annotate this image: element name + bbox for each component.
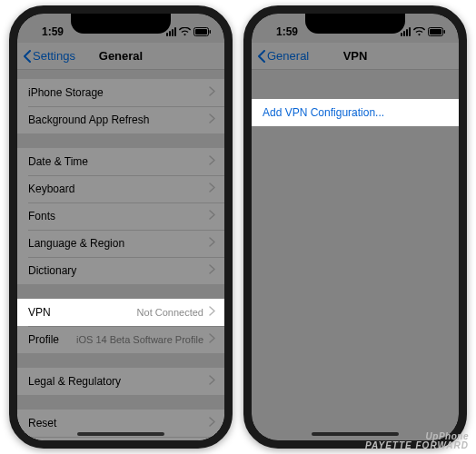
status-time: 1:59 — [264, 25, 310, 38]
back-label: General — [267, 49, 309, 63]
cell-fonts[interactable]: Fonts — [17, 202, 224, 230]
back-button[interactable]: Settings — [23, 43, 75, 69]
chevron-right-icon — [209, 306, 215, 319]
battery-icon — [428, 27, 446, 36]
cell-label: Language & Region — [28, 237, 209, 250]
status-time: 1:59 — [30, 25, 75, 38]
cell-background-app-refresh[interactable]: Background App Refresh — [17, 106, 224, 133]
screen-general-settings: 1:59 Set — [17, 14, 224, 440]
cell-label: Profile — [28, 333, 76, 346]
chevron-right-icon — [209, 264, 215, 277]
screen-vpn-settings: 1:59 Gen — [252, 14, 459, 440]
vpn-settings-list[interactable]: Add VPN Configuration... — [252, 70, 459, 126]
battery-icon — [193, 27, 212, 36]
cell-label: Date & Time — [28, 155, 209, 168]
iphone-device-left: 1:59 Set — [9, 5, 233, 449]
cell-label: Reset — [28, 417, 209, 429]
cell-iphone-storage[interactable]: iPhone Storage — [17, 79, 224, 106]
cell-add-vpn-configuration[interactable]: Add VPN Configuration... — [252, 99, 459, 126]
nav-bar: Settings General — [17, 43, 224, 70]
chevron-left-icon — [23, 50, 31, 63]
cell-vpn[interactable]: VPNNot Connected — [17, 299, 224, 326]
cell-dictionary[interactable]: Dictionary — [17, 257, 224, 284]
svg-rect-5 — [444, 30, 446, 34]
chevron-right-icon — [209, 155, 215, 168]
cell-detail: iOS 14 Beta Software Profile — [76, 334, 203, 345]
home-indicator — [77, 432, 164, 436]
nav-bar: General VPN — [252, 43, 459, 70]
cell-label: VPN — [28, 306, 137, 319]
home-indicator — [312, 432, 399, 436]
settings-list[interactable]: iPhone StorageBackground App RefreshDate… — [17, 70, 224, 440]
chevron-right-icon — [209, 237, 215, 250]
chevron-right-icon — [209, 183, 215, 195]
chevron-right-icon — [209, 375, 215, 388]
cell-keyboard[interactable]: Keyboard — [17, 175, 224, 202]
page-title: VPN — [343, 49, 368, 63]
cell-label: Dictionary — [28, 264, 209, 277]
cell-label: Fonts — [28, 210, 209, 222]
cell-shut-down[interactable]: Shut Down — [17, 437, 224, 440]
notch — [71, 14, 171, 34]
cell-legal-regulatory[interactable]: Legal & Regulatory — [17, 368, 224, 395]
svg-rect-2 — [210, 30, 212, 34]
iphone-device-right: 1:59 Gen — [243, 5, 467, 449]
chevron-right-icon — [209, 114, 215, 126]
cell-date-time[interactable]: Date & Time — [17, 148, 224, 175]
cell-detail: Not Connected — [137, 307, 203, 318]
cell-label: Legal & Regulatory — [28, 375, 209, 388]
cell-label: Keyboard — [28, 183, 209, 195]
notch — [305, 14, 405, 34]
wifi-icon — [413, 27, 425, 36]
back-button[interactable]: General — [257, 43, 309, 69]
page-title: General — [99, 49, 143, 63]
wifi-icon — [179, 27, 191, 36]
chevron-right-icon — [209, 86, 215, 99]
cell-label: iPhone Storage — [28, 86, 209, 99]
back-label: Settings — [33, 49, 75, 63]
chevron-right-icon — [209, 210, 215, 222]
cell-language-region[interactable]: Language & Region — [17, 230, 224, 257]
chevron-left-icon — [257, 50, 265, 63]
svg-rect-4 — [430, 29, 441, 35]
cell-label: Add VPN Configuration... — [263, 106, 450, 119]
cell-profile[interactable]: ProfileiOS 14 Beta Software Profile — [17, 326, 224, 353]
svg-rect-1 — [195, 29, 207, 35]
cell-label: Background App Refresh — [28, 114, 209, 126]
chevron-right-icon — [209, 417, 215, 429]
chevron-right-icon — [209, 333, 215, 346]
